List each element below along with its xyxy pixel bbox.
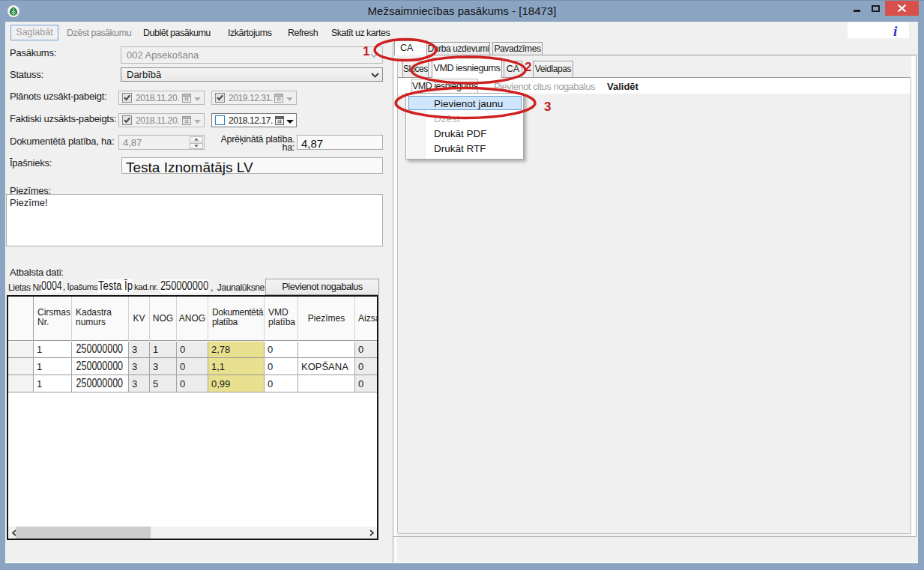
svg-text:2: 2	[525, 60, 531, 74]
svg-text:3: 3	[544, 100, 551, 114]
